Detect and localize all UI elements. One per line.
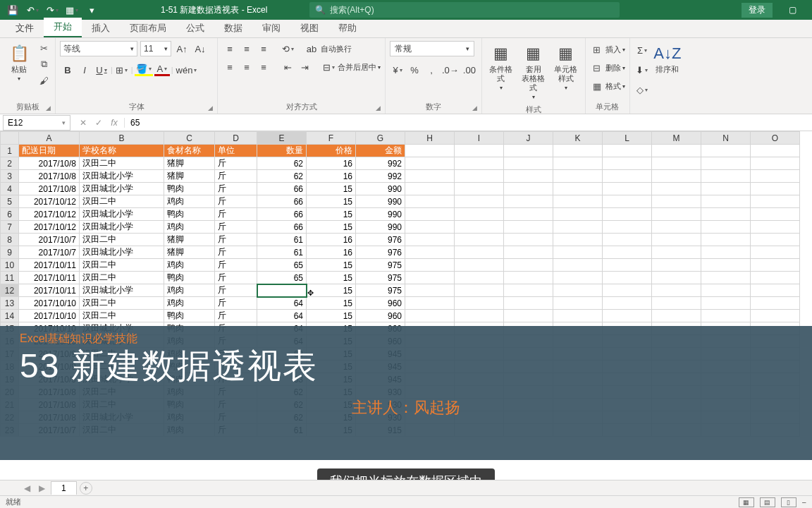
indent-decrease-icon[interactable]: ⇤ xyxy=(280,59,295,75)
cell[interactable]: 斤 xyxy=(215,195,257,208)
cell[interactable] xyxy=(701,259,751,272)
cell[interactable] xyxy=(405,234,455,246)
row-header[interactable]: 12 xyxy=(1,284,19,297)
cell[interactable] xyxy=(455,297,504,310)
ribbon-options-icon[interactable]: ▢ xyxy=(778,0,806,20)
column-header[interactable]: F xyxy=(307,132,356,145)
cell[interactable]: 975 xyxy=(356,284,405,297)
cell[interactable]: 62 xyxy=(257,157,307,170)
cell[interactable]: 单位 xyxy=(215,145,257,157)
cell[interactable]: 斤 xyxy=(215,221,257,234)
cell[interactable]: 汉田二中 xyxy=(80,195,164,208)
cell[interactable] xyxy=(751,234,800,246)
cell[interactable] xyxy=(504,208,553,221)
tab-data[interactable]: 数据 xyxy=(214,19,252,37)
normal-view-icon[interactable]: ▦ xyxy=(739,497,754,507)
cell[interactable]: 64 xyxy=(257,297,307,310)
fx-icon[interactable]: fx xyxy=(107,118,121,128)
select-all-corner[interactable] xyxy=(1,132,19,145)
cell[interactable]: 990 xyxy=(356,221,405,234)
phonetic-button[interactable]: wén xyxy=(175,62,199,78)
cell[interactable]: 斤 xyxy=(215,170,257,183)
column-header[interactable]: M xyxy=(652,132,701,145)
cell[interactable]: 15 xyxy=(307,297,356,310)
merge-button[interactable]: ⊟ xyxy=(321,59,336,75)
redo-button[interactable]: ↷ xyxy=(44,2,61,18)
row-header[interactable]: 1 xyxy=(1,145,19,157)
decrease-decimal-icon[interactable]: .00 xyxy=(462,62,477,78)
tab-file[interactable]: 文件 xyxy=(6,19,44,37)
cell[interactable] xyxy=(504,259,553,272)
cell[interactable]: 2017/10/10 xyxy=(19,310,80,322)
cell[interactable] xyxy=(603,297,652,310)
cell[interactable]: 配送日期 xyxy=(19,145,80,157)
column-header[interactable]: K xyxy=(553,132,603,145)
cell[interactable] xyxy=(553,284,603,297)
sort-filter-button[interactable]: A↓Z排序和 xyxy=(653,41,682,75)
cell[interactable]: 66 xyxy=(257,183,307,195)
cell[interactable]: 食材名称 xyxy=(164,145,215,157)
copy-icon[interactable]: ⧉ xyxy=(37,57,51,71)
login-button[interactable]: 登录 xyxy=(742,3,773,18)
cell[interactable] xyxy=(603,183,652,195)
zoom-out-button[interactable]: − xyxy=(802,498,806,507)
save-icon[interactable]: 💾 xyxy=(4,2,21,18)
column-header[interactable]: B xyxy=(80,132,164,145)
cell[interactable] xyxy=(751,195,800,208)
row-header[interactable]: 10 xyxy=(1,259,19,272)
search-box[interactable]: 🔍 搜索(Alt+Q) xyxy=(309,2,620,18)
cell[interactable]: 61 xyxy=(257,234,307,246)
conditional-format-button[interactable]: ▦条件格式▾ xyxy=(486,41,516,94)
cell[interactable] xyxy=(455,157,504,170)
cell[interactable] xyxy=(652,272,701,284)
decrease-font-icon[interactable]: A↓ xyxy=(192,41,208,56)
cell[interactable]: 960 xyxy=(356,297,405,310)
cell[interactable] xyxy=(652,246,701,259)
cell[interactable]: 汉田二中 xyxy=(80,259,164,272)
cell[interactable] xyxy=(455,170,504,183)
cell[interactable] xyxy=(455,208,504,221)
cell[interactable]: 汉田城北小学 xyxy=(80,183,164,195)
cell[interactable] xyxy=(751,183,800,195)
cell[interactable]: 斤 xyxy=(215,234,257,246)
cell[interactable]: 鸡肉 xyxy=(164,284,215,297)
tab-layout[interactable]: 页面布局 xyxy=(120,19,176,37)
cell[interactable]: 鸭肉 xyxy=(164,310,215,322)
tab-home[interactable]: 开始 xyxy=(44,18,82,37)
cell[interactable] xyxy=(455,246,504,259)
align-bottom-icon[interactable]: ≡ xyxy=(256,41,271,56)
cell[interactable]: 斤 xyxy=(215,208,257,221)
cell[interactable] xyxy=(701,195,751,208)
row-header[interactable]: 3 xyxy=(1,170,19,183)
cell[interactable] xyxy=(701,157,751,170)
column-header[interactable]: H xyxy=(405,132,455,145)
cell[interactable]: 2017/10/11 xyxy=(19,284,80,297)
currency-button[interactable]: ¥ xyxy=(390,62,405,78)
enter-icon[interactable]: ✓ xyxy=(92,118,106,128)
cell[interactable] xyxy=(701,284,751,297)
cell[interactable] xyxy=(751,297,800,310)
tab-view[interactable]: 视图 xyxy=(290,19,328,37)
sheet-nav-next[interactable]: ▶ xyxy=(36,483,48,493)
cell[interactable]: 16 xyxy=(307,246,356,259)
cell[interactable]: 2017/10/8 xyxy=(19,183,80,195)
cell[interactable] xyxy=(652,183,701,195)
cell[interactable]: 鸭肉 xyxy=(164,183,215,195)
cell[interactable]: 汉田二中 xyxy=(80,310,164,322)
format-cells-button[interactable]: ▦格式 ▾ xyxy=(590,79,625,93)
increase-decimal-icon[interactable]: .0→ xyxy=(441,62,460,78)
page-layout-view-icon[interactable]: ▤ xyxy=(760,497,775,507)
cell[interactable] xyxy=(455,145,504,157)
cell[interactable] xyxy=(751,259,800,272)
cell[interactable] xyxy=(603,246,652,259)
cell[interactable] xyxy=(405,145,455,157)
cell[interactable]: 2017/10/11 xyxy=(19,272,80,284)
cell[interactable] xyxy=(405,183,455,195)
cell[interactable] xyxy=(652,221,701,234)
cell[interactable] xyxy=(701,170,751,183)
qat-dropdown[interactable]: ▾ xyxy=(83,2,100,18)
cell[interactable] xyxy=(455,195,504,208)
increase-font-icon[interactable]: A↑ xyxy=(174,41,190,56)
cell[interactable]: 汉田二中 xyxy=(80,157,164,170)
insert-cells-button[interactable]: ⊞插入 ▾ xyxy=(590,42,625,56)
